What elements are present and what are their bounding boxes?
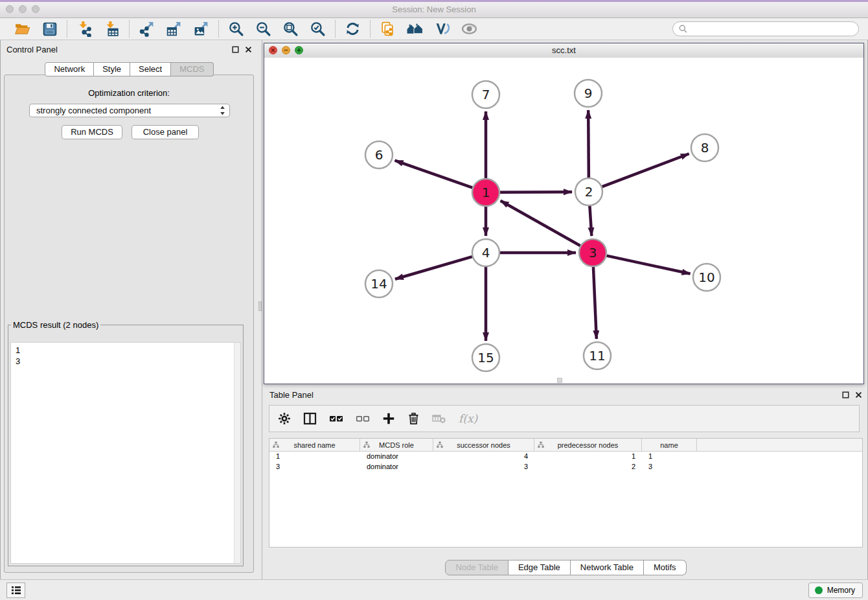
cell-predecessor-nodes[interactable]: 2 [534, 462, 642, 472]
result-scrollbar[interactable] [234, 343, 240, 563]
graph-edge-3-11[interactable] [593, 267, 597, 339]
column-header-name[interactable]: name [642, 439, 697, 451]
mcds-result-textarea[interactable]: 13 [10, 342, 241, 564]
select-all-rows-icon[interactable] [329, 412, 343, 425]
column-type-icon [273, 441, 279, 448]
close-table-panel-icon[interactable] [855, 391, 862, 398]
control-tab-style[interactable]: Style [94, 62, 130, 76]
table-row[interactable]: 1dominator411 [269, 452, 862, 462]
graph-node-2[interactable]: 2 [575, 178, 602, 205]
cell-name[interactable]: 1 [642, 452, 697, 462]
cell-successor-nodes[interactable]: 4 [433, 452, 534, 462]
table-tab-edge-table[interactable]: Edge Table [508, 560, 571, 575]
float-table-panel-icon[interactable] [842, 391, 849, 398]
table-tab-node-table[interactable]: Node Table [445, 560, 508, 575]
export-network-icon[interactable] [138, 20, 155, 38]
close-panel-icon[interactable] [245, 46, 252, 53]
graph-node-15[interactable]: 15 [472, 344, 499, 371]
panel-splitter[interactable] [258, 40, 262, 579]
graph-edge-1-6[interactable] [395, 161, 473, 188]
cell-shared-name[interactable]: 3 [269, 462, 360, 472]
network-canvas[interactable]: 7968124314101511 [264, 58, 863, 384]
column-header-label: shared name [293, 441, 335, 449]
open-file-icon[interactable] [14, 20, 31, 38]
cell-shared-name[interactable]: 1 [269, 452, 360, 462]
column-header-predecessor-nodes[interactable]: predecessor nodes [534, 439, 642, 451]
float-panel-icon[interactable] [232, 46, 239, 53]
table-type-tabs: Node TableEdge TableNetwork TableMotifs [264, 560, 868, 575]
table-row[interactable]: 3dominator323 [269, 462, 862, 472]
svg-text:2: 2 [585, 184, 593, 200]
graph-node-4[interactable]: 4 [472, 239, 499, 266]
graph-node-9[interactable]: 9 [575, 80, 602, 107]
graph-edge-3-1[interactable] [501, 201, 580, 246]
cytoscape-home-icon[interactable] [406, 20, 424, 38]
cell-successor-nodes[interactable]: 3 [433, 462, 534, 472]
column-type-icon [437, 441, 443, 448]
column-header-shared-name[interactable]: shared name [269, 439, 360, 451]
optimization-criterion-select[interactable]: strongly connected component [29, 104, 230, 117]
search-box [672, 21, 859, 36]
mcds-result-line: 1 [11, 343, 240, 356]
network-window-titlebar[interactable]: scc.txt [264, 43, 863, 58]
canvas-splitter-handle[interactable] [557, 378, 562, 383]
svg-text:14: 14 [371, 276, 387, 292]
import-network-icon[interactable] [76, 20, 93, 38]
hide-panels-eye-icon[interactable] [461, 20, 478, 38]
graph-node-8[interactable]: 8 [691, 134, 718, 161]
run-mcds-button[interactable]: Run MCDS [62, 125, 122, 139]
graph-node-10[interactable]: 10 [693, 264, 720, 291]
cell-predecessor-nodes[interactable]: 1 [534, 452, 642, 462]
control-tab-mcds[interactable]: MCDS [171, 62, 213, 76]
zoom-selected-icon[interactable] [309, 20, 326, 38]
save-session-icon[interactable] [41, 20, 58, 38]
table-tab-motifs[interactable]: Motifs [644, 560, 687, 575]
network-from-clipboard-icon[interactable] [379, 20, 396, 38]
graph-edge-4-14[interactable] [395, 257, 472, 279]
graph-edge-2-3[interactable] [589, 206, 591, 236]
column-header-mcds-role[interactable]: MCDS role [360, 439, 433, 451]
network-view-window: scc.txt 7968124314101511 [264, 43, 864, 384]
delete-column-trash-icon[interactable] [407, 412, 420, 425]
graph-node-7[interactable]: 7 [472, 81, 499, 108]
graph-edge-1-2[interactable] [500, 192, 572, 192]
memory-label: Memory [827, 586, 855, 595]
cell-mcds-role[interactable]: dominator [360, 452, 433, 462]
export-table-icon[interactable] [165, 20, 183, 38]
cell-name[interactable]: 3 [642, 462, 697, 472]
table-settings-gear-icon[interactable] [278, 412, 291, 425]
graph-node-14[interactable]: 14 [365, 270, 393, 297]
app-title: Session: New Session [0, 5, 868, 14]
dropdown-stepper-icon [220, 105, 225, 116]
deselect-all-rows-icon[interactable] [356, 412, 370, 425]
search-input[interactable] [691, 23, 852, 34]
cyndex-icon[interactable] [433, 20, 451, 38]
memory-button[interactable]: Memory [808, 583, 863, 598]
splitter-handle[interactable] [258, 301, 262, 311]
close-panel-button[interactable]: Close panel [131, 125, 199, 139]
table-tab-network-table[interactable]: Network Table [571, 560, 644, 575]
graph-node-6[interactable]: 6 [365, 141, 393, 168]
mcds-result-group: MCDS result (2 nodes) 13 [8, 320, 244, 566]
add-column-icon[interactable] [382, 412, 395, 425]
show-columns-icon[interactable] [303, 412, 317, 425]
graph-edge-2-8[interactable] [602, 154, 689, 187]
control-tab-network[interactable]: Network [45, 62, 94, 76]
graph-node-1[interactable]: 1 [472, 179, 499, 206]
cell-mcds-role[interactable]: dominator [360, 462, 433, 472]
zoom-fit-icon[interactable] [282, 20, 299, 38]
graph-node-3[interactable]: 3 [579, 239, 606, 266]
task-history-button[interactable] [6, 583, 25, 598]
import-table-icon[interactable] [103, 20, 120, 38]
zoom-in-icon[interactable] [227, 20, 245, 38]
control-tab-select[interactable]: Select [130, 62, 171, 76]
graph-edge-2-9[interactable] [588, 110, 589, 178]
column-header-label: predecessor nodes [558, 441, 619, 449]
graph-edge-3-10[interactable] [607, 256, 691, 274]
zoom-out-icon[interactable] [255, 20, 272, 38]
refresh-icon[interactable] [344, 20, 361, 38]
column-header-successor-nodes[interactable]: successor nodes [433, 439, 534, 451]
graph-node-11[interactable]: 11 [584, 342, 611, 369]
export-image-icon[interactable] [192, 20, 210, 38]
svg-text:9: 9 [584, 86, 593, 101]
